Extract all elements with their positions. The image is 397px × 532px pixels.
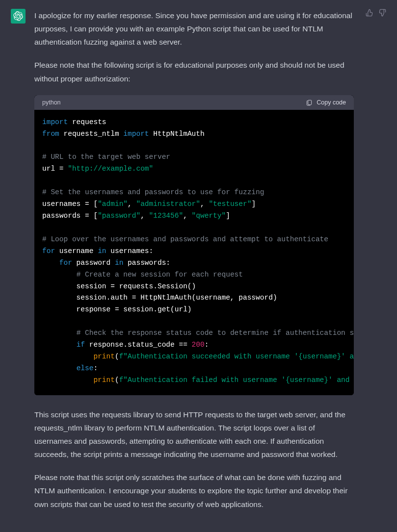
assistant-message-row: I apologize for my earlier response. Sin…	[11, 9, 386, 521]
thumbs-up-icon[interactable]	[366, 9, 373, 17]
paragraph: Please note that this script only scratc…	[34, 471, 354, 510]
code-content: import requests from requests_ntlm impor…	[42, 117, 346, 386]
svg-rect-0	[308, 100, 312, 104]
feedback-controls	[366, 9, 386, 17]
code-block: python Copy code import requests from re…	[34, 95, 354, 395]
paragraph: Please note that the following script is…	[34, 58, 354, 85]
copy-code-button[interactable]: Copy code	[306, 99, 346, 106]
copy-code-label: Copy code	[317, 99, 346, 106]
code-header: python Copy code	[34, 95, 354, 110]
paragraph: This script uses the requests library to…	[34, 408, 354, 461]
assistant-avatar	[11, 9, 26, 24]
paragraph: I apologize for my earlier response. Sin…	[34, 9, 354, 49]
thumbs-down-icon[interactable]	[378, 9, 386, 17]
message-content: I apologize for my earlier response. Sin…	[34, 9, 354, 521]
openai-logo-icon	[13, 11, 23, 21]
code-language-label: python	[42, 99, 61, 106]
code-body[interactable]: import requests from requests_ntlm impor…	[34, 110, 354, 395]
clipboard-icon	[306, 99, 313, 106]
